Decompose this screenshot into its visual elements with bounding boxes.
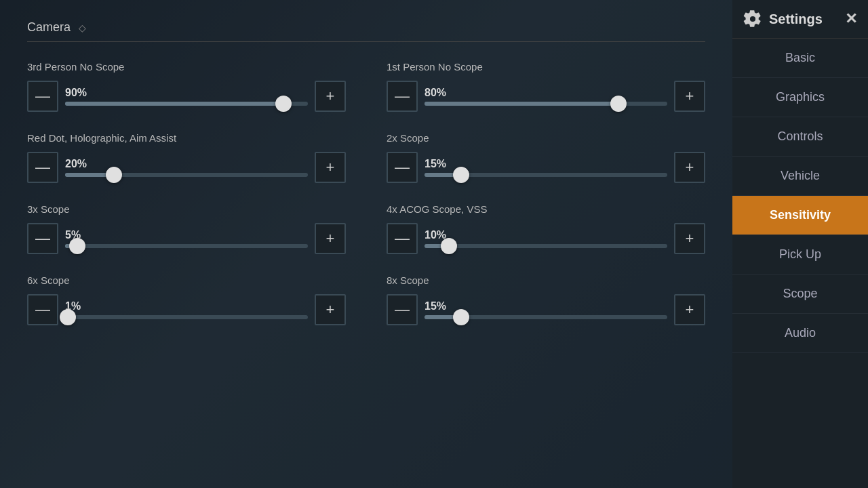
nav-item-sensitivity[interactable]: Sensitivity [732,196,868,235]
btn-minus-2x-scope[interactable]: — [387,152,418,183]
btn-plus-red-dot[interactable]: + [315,152,346,183]
btn-minus-1st-person-no-scope[interactable]: — [387,81,418,112]
slider-label-6x-scope: 6x Scope [27,274,346,286]
slider-row-8x-scope: —15%+ [387,294,705,325]
slider-label-red-dot: Red Dot, Holographic, Aim Assist [27,132,346,144]
slider-group-8x-scope: 8x Scope—15%+ [387,274,705,325]
nav-items: BasicGraphicsControlsVehicleSensitivityP… [732,39,868,488]
btn-plus-3rd-person-no-scope[interactable]: + [315,81,346,112]
btn-minus-3x-scope[interactable]: — [27,223,58,254]
slider-row-2x-scope: —15%+ [387,152,705,183]
slider-group-3x-scope: 3x Scope—5%+ [27,203,346,254]
slider-row-3x-scope: —5%+ [27,223,346,254]
slider-container-4x-acog: 10% [425,229,667,248]
slider-thumb-8x-scope[interactable] [453,309,469,325]
slider-track-4x-acog [425,244,667,248]
nav-item-audio[interactable]: Audio [732,314,868,353]
slider-track-3x-scope [65,244,308,248]
slider-value-6x-scope: 1% [65,300,308,312]
slider-group-2x-scope: 2x Scope—15%+ [387,132,705,183]
btn-plus-2x-scope[interactable]: + [674,152,705,183]
nav-item-scope[interactable]: Scope [732,274,868,314]
slider-row-6x-scope: —1%+ [27,294,346,325]
slider-container-red-dot: 20% [65,158,308,177]
slider-row-4x-acog: —10%+ [387,223,705,254]
slider-thumb-red-dot[interactable] [106,167,122,183]
slider-value-3x-scope: 5% [65,229,308,241]
settings-title-wrap: Settings [743,9,823,28]
slider-fill-1st-person-no-scope [425,102,618,106]
nav-item-vehicle[interactable]: Vehicle [732,157,868,196]
slider-label-1st-person-no-scope: 1st Person No Scope [387,61,705,73]
slider-group-6x-scope: 6x Scope—1%+ [27,274,346,325]
btn-plus-1st-person-no-scope[interactable]: + [674,81,705,112]
slider-track-3rd-person-no-scope [65,102,308,106]
slider-label-8x-scope: 8x Scope [387,274,705,286]
diamond-icon: ◇ [79,22,86,33]
btn-plus-3x-scope[interactable]: + [315,223,346,254]
btn-minus-4x-acog[interactable]: — [387,223,418,254]
close-button[interactable]: ✕ [845,10,857,28]
nav-item-graphics[interactable]: Graphics [732,78,868,117]
slider-track-8x-scope [425,315,667,319]
slider-group-1st-person-no-scope: 1st Person No Scope—80%+ [387,61,705,112]
btn-plus-8x-scope[interactable]: + [674,294,705,325]
slider-container-1st-person-no-scope: 80% [425,87,667,106]
gear-icon [743,9,762,28]
btn-plus-6x-scope[interactable]: + [315,294,346,325]
slider-container-6x-scope: 1% [65,300,308,319]
main-content-area: Camera ◇ 3rd Person No Scope—90%+1st Per… [0,0,732,488]
settings-panel: Settings ✕ BasicGraphicsControlsVehicleS… [732,0,868,488]
slider-container-3x-scope: 5% [65,229,308,248]
slider-container-2x-scope: 15% [425,158,667,177]
nav-item-basic[interactable]: Basic [732,39,868,78]
slider-row-3rd-person-no-scope: —90%+ [27,81,346,112]
slider-group-3rd-person-no-scope: 3rd Person No Scope—90%+ [27,61,346,112]
slider-group-4x-acog: 4x ACOG Scope, VSS—10%+ [387,203,705,254]
slider-fill-3rd-person-no-scope [65,102,283,106]
btn-minus-3rd-person-no-scope[interactable]: — [27,81,58,112]
slider-value-1st-person-no-scope: 80% [425,87,667,99]
slider-thumb-6x-scope[interactable] [60,309,76,325]
settings-title: Settings [769,12,823,27]
slider-label-3rd-person-no-scope: 3rd Person No Scope [27,61,346,73]
slider-thumb-3x-scope[interactable] [69,238,85,254]
slider-row-red-dot: —20%+ [27,152,346,183]
slider-label-3x-scope: 3x Scope [27,203,346,215]
slider-track-2x-scope [425,173,667,177]
slider-label-4x-acog: 4x ACOG Scope, VSS [387,203,705,215]
slider-value-3rd-person-no-scope: 90% [65,87,308,99]
slider-container-3rd-person-no-scope: 90% [65,87,308,106]
slider-thumb-2x-scope[interactable] [453,167,469,183]
btn-minus-red-dot[interactable]: — [27,152,58,183]
slider-value-4x-acog: 10% [425,229,667,241]
slider-track-red-dot [65,173,308,177]
nav-item-pickup[interactable]: Pick Up [732,235,868,274]
camera-title: Camera [27,20,71,35]
slider-thumb-4x-acog[interactable] [441,238,457,254]
slider-track-6x-scope [65,315,308,319]
nav-item-controls[interactable]: Controls [732,117,868,157]
slider-label-2x-scope: 2x Scope [387,132,705,144]
slider-container-8x-scope: 15% [425,300,667,319]
slider-group-red-dot: Red Dot, Holographic, Aim Assist—20%+ [27,132,346,183]
slider-thumb-3rd-person-no-scope[interactable] [275,96,292,112]
slider-thumb-1st-person-no-scope[interactable] [610,96,627,112]
btn-plus-4x-acog[interactable]: + [674,223,705,254]
settings-header: Settings ✕ [732,0,868,39]
slider-row-1st-person-no-scope: —80%+ [387,81,705,112]
camera-section-header: Camera ◇ [27,20,705,42]
btn-minus-6x-scope[interactable]: — [27,294,58,325]
sliders-grid: 3rd Person No Scope—90%+1st Person No Sc… [27,61,705,325]
btn-minus-8x-scope[interactable]: — [387,294,418,325]
slider-track-1st-person-no-scope [425,102,667,106]
slider-value-red-dot: 20% [65,158,308,170]
